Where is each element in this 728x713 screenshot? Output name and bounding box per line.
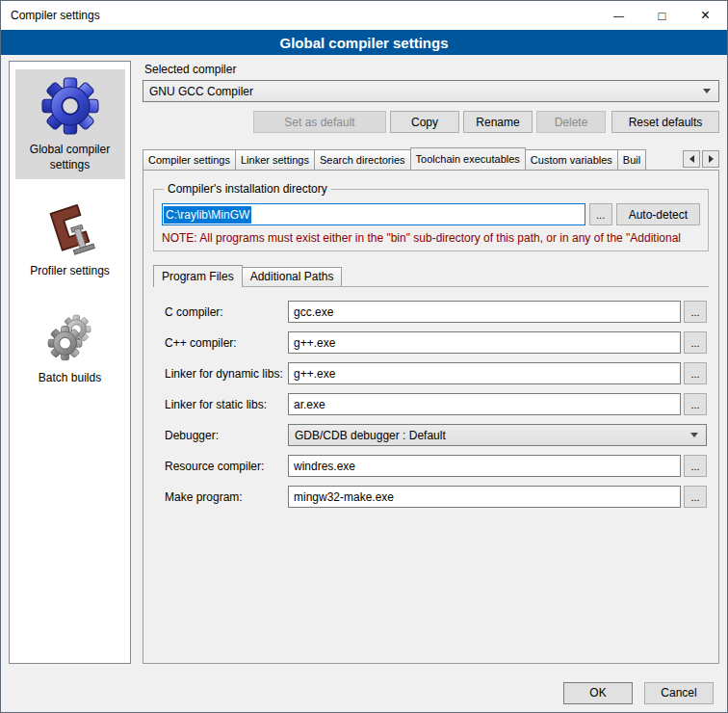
auto-detect-button[interactable]: Auto-detect <box>616 203 700 225</box>
minimize-icon: — <box>613 10 624 21</box>
tab-toolchain-executables[interactable]: Toolchain executables <box>410 147 526 170</box>
sidebar-item-profiler-settings[interactable]: Profiler settings <box>15 195 125 286</box>
window-title: Compiler settings <box>1 9 100 22</box>
clamp-icon <box>42 201 98 257</box>
sidebar-item-global-compiler-settings[interactable]: Global compiler settings <box>15 69 125 179</box>
static-linker-input[interactable] <box>288 393 681 415</box>
settings-tabstrip: Compiler settings Linker settings Search… <box>143 147 719 170</box>
make-program-label: Make program: <box>165 490 288 504</box>
titlebar[interactable]: Compiler settings — □ × <box>1 1 727 30</box>
maximize-icon: □ <box>659 9 666 23</box>
make-program-browse-button[interactable]: ... <box>684 486 707 508</box>
sidebar-item-label: Global compiler settings <box>17 143 123 172</box>
c-compiler-row: C compiler: ... <box>165 301 707 323</box>
debugger-row: Debugger: GDB/CDB debugger : Default <box>165 424 707 446</box>
delete-button[interactable]: Delete <box>536 111 606 133</box>
tab-search-directories[interactable]: Search directories <box>314 149 411 170</box>
tab-scroll-right-button[interactable] <box>702 150 719 168</box>
left-arrow-icon <box>689 155 694 163</box>
installation-directory-group: Compiler's installation directory C:\ray… <box>153 182 709 251</box>
compiler-select[interactable]: GNU GCC Compiler <box>143 80 719 102</box>
c-compiler-browse-button[interactable]: ... <box>684 301 707 323</box>
tabs-scroller: Compiler settings Linker settings Search… <box>143 147 719 170</box>
c-compiler-input[interactable] <box>288 301 681 323</box>
page-title: Global compiler settings <box>1 30 727 55</box>
installation-directory-row: C:\raylib\MinGW ... Auto-detect <box>162 203 700 225</box>
tab-custom-variables[interactable]: Custom variables <box>525 149 618 170</box>
close-button[interactable]: × <box>684 1 727 30</box>
resource-compiler-input[interactable] <box>288 455 681 477</box>
make-program-input[interactable] <box>288 486 681 508</box>
tab-linker-settings[interactable]: Linker settings <box>235 149 315 170</box>
installation-note: NOTE: All programs must exist either in … <box>162 231 700 245</box>
installation-directory-input[interactable]: C:\raylib\MinGW <box>162 203 585 225</box>
debugger-select-value: GDB/CDB debugger : Default <box>295 429 685 442</box>
tab-scroll-left-button[interactable] <box>683 150 700 168</box>
debugger-label: Debugger: <box>165 429 288 442</box>
static-linker-label: Linker for static libs: <box>165 398 288 411</box>
gear-icon <box>40 76 100 136</box>
dynamic-linker-row: Linker for dynamic libs: ... <box>165 362 707 384</box>
copy-button[interactable]: Copy <box>390 111 459 133</box>
program-files-form: C compiler: ... C++ compiler: ... <box>153 287 709 516</box>
cancel-button[interactable]: Cancel <box>644 682 714 704</box>
resource-compiler-label: Resource compiler: <box>165 460 288 473</box>
window-controls: — □ × <box>597 1 727 30</box>
installation-directory-label: Compiler's installation directory <box>164 182 331 196</box>
make-program-row: Make program: ... <box>165 486 707 508</box>
dialog-footer: OK Cancel <box>1 673 727 712</box>
rename-button[interactable]: Rename <box>463 111 533 133</box>
tab-scroll-buttons <box>678 150 719 168</box>
right-arrow-icon <box>709 155 714 163</box>
toolchain-executables-panel: Compiler's installation directory C:\ray… <box>143 170 719 664</box>
installation-directory-value: C:\raylib\MinGW <box>164 206 251 224</box>
set-as-default-button[interactable]: Set as default <box>253 111 386 133</box>
chevron-down-icon <box>690 433 698 437</box>
gears-stack-icon <box>42 308 98 364</box>
tab-additional-paths[interactable]: Additional Paths <box>242 267 343 286</box>
maximize-button[interactable]: □ <box>640 1 684 30</box>
sidebar-item-label: Batch builds <box>39 371 101 386</box>
c-compiler-label: C compiler: <box>165 305 288 319</box>
minimize-button[interactable]: — <box>597 1 640 30</box>
chevron-down-icon <box>703 89 711 93</box>
dynamic-linker-browse-button[interactable]: ... <box>684 362 707 384</box>
dialog-body: Global compiler settings Profiler settin… <box>1 55 727 673</box>
close-icon: × <box>701 7 710 24</box>
reset-defaults-button[interactable]: Reset defaults <box>611 111 719 133</box>
compiler-settings-window: Compiler settings — □ × Global compiler … <box>0 0 728 713</box>
cpp-compiler-row: C++ compiler: ... <box>165 331 707 354</box>
main-panel: Selected compiler GNU GCC Compiler Set a… <box>143 61 719 664</box>
program-files-tabstrip: Program Files Additional Paths <box>153 265 709 287</box>
cpp-compiler-browse-button[interactable]: ... <box>684 331 707 354</box>
compiler-select-value: GNU GCC Compiler <box>149 85 697 98</box>
selected-compiler-label: Selected compiler <box>144 63 719 76</box>
dynamic-linker-input[interactable] <box>288 362 681 384</box>
tab-program-files[interactable]: Program Files <box>153 265 243 287</box>
resource-compiler-browse-button[interactable]: ... <box>684 455 707 477</box>
compiler-actions: Set as default Copy Rename Delete Reset … <box>143 111 719 133</box>
resource-compiler-row: Resource compiler: ... <box>165 455 707 477</box>
tab-compiler-settings[interactable]: Compiler settings <box>143 149 236 170</box>
ok-button[interactable]: OK <box>563 682 633 704</box>
installation-directory-browse-button[interactable]: ... <box>589 203 612 225</box>
debugger-select[interactable]: GDB/CDB debugger : Default <box>288 424 707 446</box>
sidebar-item-label: Profiler settings <box>30 264 110 279</box>
category-sidebar: Global compiler settings Profiler settin… <box>9 61 131 664</box>
static-linker-row: Linker for static libs: ... <box>165 393 707 415</box>
static-linker-browse-button[interactable]: ... <box>684 393 707 415</box>
cpp-compiler-label: C++ compiler: <box>165 336 288 350</box>
cpp-compiler-input[interactable] <box>288 331 681 354</box>
tab-build-options[interactable]: Buil <box>617 149 646 170</box>
sidebar-item-batch-builds[interactable]: Batch builds <box>15 302 125 393</box>
dynamic-linker-label: Linker for dynamic libs: <box>165 367 288 381</box>
